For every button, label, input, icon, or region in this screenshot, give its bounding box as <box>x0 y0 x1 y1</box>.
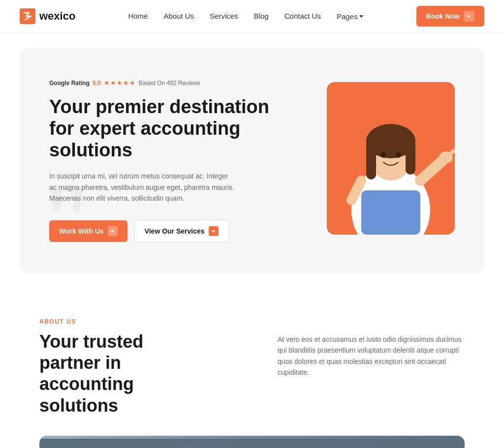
logo-icon <box>20 8 35 24</box>
svg-rect-7 <box>406 140 415 175</box>
about-section: ABOUT US Your trusted partner in account… <box>0 289 504 436</box>
chevron-down-icon <box>359 15 363 18</box>
star-icons: ★★★★★ <box>104 79 136 87</box>
arrow-icon-secondary <box>209 226 219 236</box>
nav-item-blog[interactable]: Blog <box>254 12 269 21</box>
video-overlay <box>39 436 465 448</box>
hero-section: " Google Rating 5.0 ★★★★★ Based On 492 R… <box>0 33 504 289</box>
svg-rect-2 <box>361 190 420 235</box>
nav-links: Home About Us Services Blog Contact Us P… <box>128 12 363 21</box>
video-card: Play Video <box>39 436 465 448</box>
nav-item-about[interactable]: About Us <box>163 12 194 21</box>
logo[interactable]: wexico <box>20 8 75 24</box>
hero-image <box>307 72 455 249</box>
hero-card: " Google Rating 5.0 ★★★★★ Based On 492 R… <box>20 48 484 274</box>
book-now-icon <box>464 11 474 22</box>
work-with-us-button[interactable]: Work With Us <box>49 220 127 242</box>
hero-content: Google Rating 5.0 ★★★★★ Based On 492 Rev… <box>49 79 276 242</box>
book-now-button[interactable]: Book Now <box>416 6 484 27</box>
hero-person-svg <box>327 82 455 235</box>
view-services-button[interactable]: View Our Services <box>134 220 229 242</box>
about-description: At vero eos et accusamus et iusto odio d… <box>278 331 465 378</box>
about-label: ABOUT US <box>39 318 465 325</box>
svg-point-8 <box>381 152 386 158</box>
about-content: Your trusted partner in accounting solut… <box>39 331 465 416</box>
hero-buttons: Work With Us View Our Services <box>49 220 276 242</box>
navbar: wexico Home About Us Services Blog Conta… <box>0 0 504 33</box>
nav-item-home[interactable]: Home <box>128 12 148 21</box>
svg-rect-6 <box>366 140 376 179</box>
hero-title: Your premier destination for expert acco… <box>49 96 276 161</box>
video-section: Play Video <box>0 436 504 448</box>
brand-name: wexico <box>39 10 75 23</box>
google-rating: Google Rating 5.0 ★★★★★ Based On 492 Rev… <box>49 79 276 87</box>
about-title: Your trusted partner in accounting solut… <box>39 331 197 416</box>
hero-image-bg <box>327 82 455 235</box>
hero-description: In suscipit urna mi, vel rutrum metus co… <box>49 171 236 204</box>
arrow-icon <box>108 226 118 236</box>
nav-item-contact[interactable]: Contact Us <box>284 12 321 21</box>
svg-point-9 <box>396 152 401 158</box>
nav-item-services[interactable]: Services <box>210 12 238 21</box>
nav-item-pages[interactable]: Pages <box>337 12 364 21</box>
